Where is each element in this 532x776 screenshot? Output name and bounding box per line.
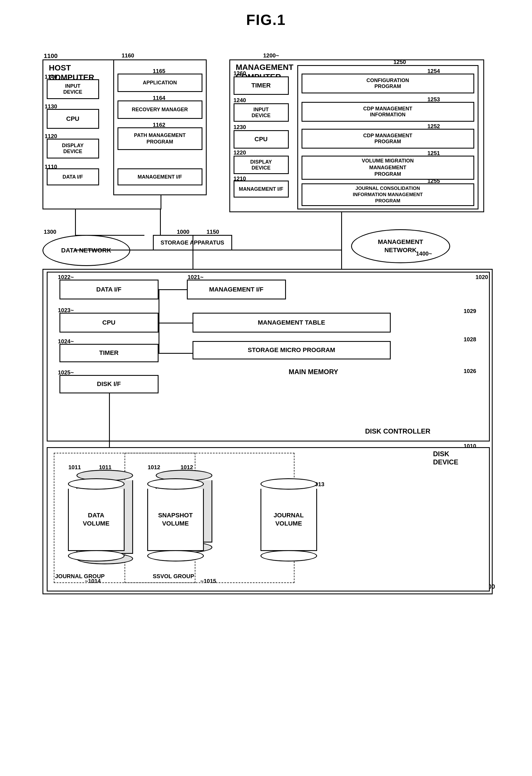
ref-1252: 1252 <box>427 123 440 130</box>
ssvol-group-label: SSVOL GROUP <box>153 573 194 580</box>
input-device-host-box: INPUTDEVICE <box>47 79 99 99</box>
application-label: APPLICATION <box>143 80 177 86</box>
line-timer-right <box>159 353 192 354</box>
line-mgmt-net-h <box>192 250 341 250</box>
ref-1011a: 1011 <box>68 464 81 470</box>
journal-consolidation-box: JOURNAL CONSOLIDATIONINFORMATION MANAGEM… <box>302 183 474 206</box>
data-if-storage-box: DATA I/F <box>59 279 159 300</box>
snapshot-volume-cylinder: SNAPSHOTVOLUME <box>147 470 204 560</box>
ref-1026: 1026 <box>464 368 477 374</box>
mgmt-if-storage-box: MANAGEMENT I/F <box>187 279 286 300</box>
volume-migration-label: VOLUME MIGRATIONMANAGEMENTPROGRAM <box>362 158 414 177</box>
ref-1400: 1400~ <box>416 250 432 257</box>
line-mgmt-comp <box>341 212 342 250</box>
ref-1250: 1250 <box>393 59 406 65</box>
ref-1165: 1165 <box>153 68 166 74</box>
ref-1120: 1120 <box>45 133 57 140</box>
ref-1240: 1240 <box>233 97 246 104</box>
path-mgmt-box: PATH MANAGEMENTPROGRAM <box>118 127 202 150</box>
recovery-manager-box: RECOVERY MANAGER <box>118 101 202 119</box>
ref-1164: 1164 <box>153 95 166 101</box>
display-device-host-box: DISPLAYDEVICE <box>47 139 99 159</box>
page-title: FIG.1 <box>0 0 532 37</box>
line-storage-up <box>192 235 193 269</box>
ref-1021: 1021~ <box>188 274 204 280</box>
timer-storage-box: TIMER <box>59 344 159 362</box>
ref-1162: 1162 <box>153 122 166 128</box>
cdp-mgmt-info-box: CDP MANAGEMENTINFORMATION <box>302 102 474 122</box>
display-device-mgmt-box: DISPLAYDEVICE <box>233 156 289 174</box>
timer-mgmt-box: TIMER <box>233 76 289 95</box>
journal-consolidation-label: JOURNAL CONSOLIDATIONINFORMATION MANAGEM… <box>353 185 423 204</box>
line-dataf-mgmtif <box>159 289 187 290</box>
path-mgmt-label: PATH MANAGEMENTPROGRAM <box>134 132 185 146</box>
main-memory-label: MAIN MEMORY <box>289 368 338 376</box>
timer-mgmt-label: TIMER <box>251 82 271 89</box>
data-if-host-label: DATA I/F <box>62 174 83 180</box>
ref-1023: 1023~ <box>58 307 74 314</box>
display-device-host-label: DISPLAYDEVICE <box>62 143 83 155</box>
input-device-mgmt-box: INPUTDEVICE <box>233 103 289 122</box>
ref-1140: 1140 <box>45 73 57 80</box>
application-box: APPLICATION <box>118 73 202 92</box>
cpu-storage-box: CPU <box>59 313 159 333</box>
line-mgmt-net-down <box>341 250 342 269</box>
mgmt-if-host-box: MANAGEMENT I/F <box>118 168 202 185</box>
ref-1028: 1028 <box>464 336 477 343</box>
ref-1200: 1200~ <box>263 52 279 59</box>
mgmt-table-label: MANAGEMENT TABLE <box>258 319 325 326</box>
mgmt-if-mgmt-box: MANAGEMENT I/F <box>233 181 289 198</box>
ref-1100: 1100 <box>44 52 58 60</box>
line-host-net <box>75 235 144 236</box>
line-disk-down <box>109 393 110 447</box>
storage-micro-program-label: STORAGE MICRO PROGRAM <box>248 346 335 354</box>
cdp-mgmt-info-label: CDP MANAGEMENTINFORMATION <box>363 106 412 118</box>
journal-volume-cylinder: JOURNALVOLUME <box>260 478 317 560</box>
ref-1150: 1150 <box>207 229 219 235</box>
ref-1000: 1000 <box>177 229 190 235</box>
ref-1254: 1254 <box>427 68 440 74</box>
ref-1210: 1210 <box>233 175 246 182</box>
data-volume-label: DATAVOLUME <box>83 512 109 528</box>
ref-1300: 1300 <box>44 229 57 235</box>
diagram: HOSTCOMPUTER 1100 INPUTDEVICE 1140 CPU 1… <box>25 37 507 773</box>
config-program-label: CONFIGURATIONPROGRAM <box>366 77 409 89</box>
ref-1130: 1130 <box>45 103 57 110</box>
ref-1014: ~1014 <box>85 578 101 584</box>
mgmt-network-oval: MANAGEMENTNETWORK <box>351 229 450 263</box>
ref-1230: 1230 <box>233 124 246 131</box>
ref-1255: 1255 <box>427 178 440 184</box>
ref-1024: 1024~ <box>58 338 74 345</box>
ref-1012a: 1012 <box>148 464 161 470</box>
cpu-mgmt-label: CPU <box>254 136 268 143</box>
ref-1025: 1025~ <box>58 369 74 376</box>
input-device-mgmt-label: INPUTDEVICE <box>251 107 271 119</box>
cpu-host-box: CPU <box>47 109 99 129</box>
ref-1110: 1110 <box>45 164 57 170</box>
recovery-manager-label: RECOVERY MANAGER <box>132 107 188 113</box>
cdp-mgmt-program-label: CDP MANAGEMENTPROGRAM <box>363 133 412 145</box>
ref-disk-controller-label: DISK CONTROLLER <box>365 427 430 435</box>
line-storage-left <box>159 289 159 353</box>
ref-1253: 1253 <box>427 96 440 103</box>
line-cpu-right <box>159 323 192 324</box>
data-network-oval: DATA NETWORK <box>42 235 130 266</box>
disk-device-label: DISKDEVICE <box>433 450 459 466</box>
data-if-storage-label: DATA I/F <box>96 286 122 293</box>
data-if-host-box: DATA I/F <box>47 168 99 185</box>
journal-volume-label: JOURNALVOLUME <box>274 512 304 528</box>
input-device-host-label: INPUTDEVICE <box>63 83 82 95</box>
line-dn-storage <box>130 250 192 250</box>
ref-1029: 1029 <box>464 308 477 315</box>
ref-1160: 1160 <box>122 52 135 59</box>
mgmt-if-storage-label: MANAGEMENT I/F <box>209 286 263 293</box>
config-program-box: CONFIGURATIONPROGRAM <box>302 73 474 93</box>
mgmt-table-box: MANAGEMENT TABLE <box>192 313 391 333</box>
cpu-mgmt-box: CPU <box>233 130 289 149</box>
storage-micro-program-box: STORAGE MICRO PROGRAM <box>192 341 391 359</box>
line-host-down <box>75 209 76 235</box>
ref-1020: 1020 <box>476 274 488 280</box>
cpu-storage-label: CPU <box>102 319 115 326</box>
line-mgmtif-down <box>160 209 161 235</box>
ref-1251: 1251 <box>427 150 440 157</box>
